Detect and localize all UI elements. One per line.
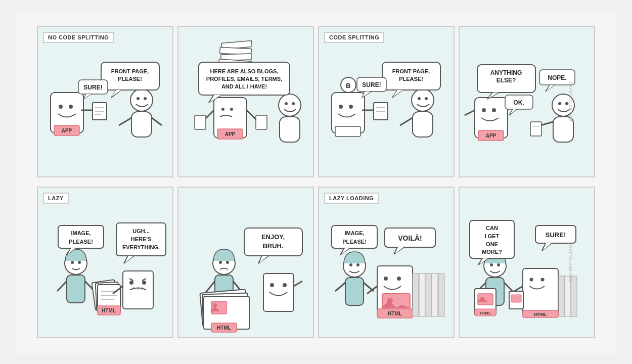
svg-point-115 xyxy=(129,281,133,285)
svg-point-62 xyxy=(425,97,428,100)
panel-5-illustration: HTML IMAGE xyxy=(43,193,168,333)
panel-6-illustration: HTML ENJOY, BRUH. xyxy=(184,193,309,333)
svg-text:HTML: HTML xyxy=(388,311,402,316)
svg-text:HTML: HTML xyxy=(102,308,116,313)
svg-rect-174 xyxy=(438,274,444,316)
svg-point-163 xyxy=(384,277,388,281)
svg-line-79 xyxy=(465,110,475,115)
svg-point-135 xyxy=(219,261,222,264)
svg-point-12 xyxy=(144,97,147,100)
svg-point-101 xyxy=(71,261,74,264)
comic-row-1: NO CODE SPLITTING APP xyxy=(37,26,595,177)
svg-text:PLEASE!: PLEASE! xyxy=(69,239,93,245)
svg-text:AND ALL I HAVE!: AND ALL I HAVE! xyxy=(221,83,267,89)
svg-point-149 xyxy=(283,283,287,287)
panel-5-label: LAZY xyxy=(43,193,69,204)
svg-rect-170 xyxy=(413,274,419,316)
svg-text:OK.: OK. xyxy=(513,99,524,106)
svg-text:ENJOY,: ENJOY, xyxy=(261,233,285,241)
svg-text:IMAGE,: IMAGE, xyxy=(344,230,364,236)
svg-point-116 xyxy=(142,281,146,285)
svg-text:ONE: ONE xyxy=(486,241,498,247)
svg-text:ANYTHING: ANYTHING xyxy=(490,69,522,76)
panel-5: LAZY xyxy=(37,187,173,338)
svg-rect-195 xyxy=(523,268,558,316)
svg-rect-175 xyxy=(332,225,377,248)
svg-point-75 xyxy=(482,108,486,112)
svg-point-53 xyxy=(339,105,343,109)
panel-6: HTML ENJOY, BRUH. xyxy=(177,187,314,338)
panel-3-illustration: B xyxy=(324,32,449,172)
svg-line-15 xyxy=(152,118,162,125)
svg-rect-202 xyxy=(559,276,565,316)
svg-text:HTML: HTML xyxy=(534,312,547,317)
svg-line-160 xyxy=(335,283,345,291)
svg-rect-85 xyxy=(530,122,541,136)
svg-text:PROFILES, EMAILS, TERMS,: PROFILES, EMAILS, TERMS, xyxy=(206,76,282,82)
svg-point-1 xyxy=(59,105,63,109)
svg-text:APP: APP xyxy=(486,133,496,139)
svg-text:MORE?: MORE? xyxy=(482,249,502,255)
svg-rect-103 xyxy=(67,275,85,303)
panel-2-illustration: APP HERE ARE ALSO BLOGS, PROFILES, EMAIL… xyxy=(184,32,309,172)
svg-point-32 xyxy=(221,108,224,111)
svg-text:SURE!: SURE! xyxy=(362,81,381,88)
svg-line-84 xyxy=(540,122,553,125)
svg-text:SURE!: SURE! xyxy=(83,84,102,91)
svg-text:APP: APP xyxy=(62,128,72,133)
panel-1: NO CODE SPLITTING APP xyxy=(37,26,173,177)
svg-text:UGH...: UGH... xyxy=(132,228,150,234)
svg-text:IMAGE,: IMAGE, xyxy=(71,230,91,236)
svg-text:PLEASE!: PLEASE! xyxy=(118,76,142,82)
svg-line-150 xyxy=(294,281,302,286)
svg-point-136 xyxy=(226,261,229,264)
svg-text:B: B xyxy=(346,82,350,89)
svg-text:FRONT PAGE,: FRONT PAGE, xyxy=(111,68,149,74)
svg-point-40 xyxy=(279,94,301,116)
svg-point-10 xyxy=(130,89,153,111)
comic-row-2: LAZY xyxy=(37,187,595,338)
svg-text:VOILÀ!: VOILÀ! xyxy=(398,234,422,242)
svg-text:HTML: HTML xyxy=(480,311,491,315)
svg-rect-13 xyxy=(131,112,152,137)
svg-point-102 xyxy=(78,261,81,264)
svg-point-42 xyxy=(292,102,295,105)
svg-rect-55 xyxy=(335,126,360,136)
panel-7-illustration: HTML IMAGE, PLEASE! VOILÀ! xyxy=(324,193,449,333)
svg-text:EVERYTHING.: EVERYTHING. xyxy=(122,244,160,250)
svg-text:CAN: CAN xyxy=(486,225,498,231)
svg-text:I GET: I GET xyxy=(485,233,500,239)
svg-text:FRONT PAGE,: FRONT PAGE, xyxy=(392,68,430,74)
svg-point-148 xyxy=(270,283,274,287)
svg-text:ELSE?: ELSE? xyxy=(496,77,516,84)
panel-3: CODE SPLITTING B xyxy=(318,26,455,177)
svg-point-54 xyxy=(349,105,353,109)
svg-text:HERE ARE ALSO BLOGS,: HERE ARE ALSO BLOGS, xyxy=(210,68,279,74)
panel-7: LAZY LOADING xyxy=(318,187,455,338)
svg-point-164 xyxy=(397,277,401,281)
svg-text:HERE'S: HERE'S xyxy=(131,236,152,242)
svg-rect-159 xyxy=(345,278,364,305)
svg-point-76 xyxy=(492,108,496,112)
watermark-1: CRYSTALLIZE.COM xyxy=(569,81,573,122)
svg-point-2 xyxy=(69,105,73,109)
svg-point-61 xyxy=(418,97,421,100)
svg-point-158 xyxy=(356,263,359,266)
svg-text:HTML: HTML xyxy=(217,325,231,331)
panel-1-illustration: APP xyxy=(43,32,168,172)
svg-text:SURE!: SURE! xyxy=(546,231,566,239)
svg-text:BRUH.: BRUH. xyxy=(262,242,283,250)
panel-3-label: CODE SPLITTING xyxy=(324,32,384,43)
svg-rect-200 xyxy=(511,295,521,302)
comic-container: NO CODE SPLITTING APP xyxy=(17,11,615,353)
svg-point-157 xyxy=(349,263,352,266)
watermark-2: CRYSTALLIZE.COM xyxy=(569,242,573,283)
panel-8: CRYSTALLIZE.COM HTML xyxy=(459,187,595,338)
panel-1-label: NO CODE SPLITTING xyxy=(43,32,114,43)
svg-rect-114 xyxy=(123,271,153,309)
svg-text:PLEASE!: PLEASE! xyxy=(342,239,367,245)
svg-point-11 xyxy=(137,97,140,100)
svg-point-33 xyxy=(230,108,233,111)
svg-text:APP: APP xyxy=(225,131,236,137)
svg-point-185 xyxy=(490,263,493,266)
